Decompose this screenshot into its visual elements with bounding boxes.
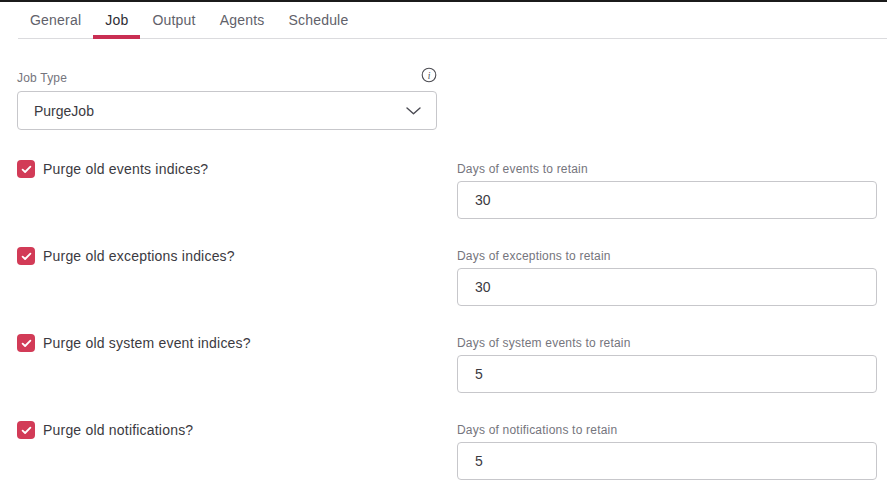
checkmark-icon (21, 165, 32, 174)
tab-general[interactable]: General (18, 2, 93, 38)
purge-notifications-label: Purge old notifications? (43, 422, 193, 438)
purge-exceptions-label: Purge old exceptions indices? (43, 248, 235, 264)
days-of-events-input[interactable] (457, 181, 877, 219)
row-purge-notifications: Purge old notifications? Days of notific… (17, 421, 887, 492)
svg-text:i: i (428, 71, 431, 81)
tab-output[interactable]: Output (140, 2, 207, 38)
row-purge-events-field: Days of events to retain (457, 163, 877, 219)
tab-job[interactable]: Job (93, 2, 140, 38)
info-icon-glyph: i (421, 67, 437, 83)
job-tab-content: Job Type i PurgeJob Purge old events ind… (0, 72, 887, 492)
row-purge-notifications-field: Days of notifications to retain (457, 424, 877, 480)
purge-notifications-checkbox[interactable] (17, 421, 35, 439)
purge-events-label: Purge old events indices? (43, 161, 208, 177)
purge-system-events-label: Purge old system event indices? (43, 335, 251, 351)
days-of-exceptions-input[interactable] (457, 268, 877, 306)
days-of-events-label: Days of events to retain (457, 163, 877, 176)
job-type-label: Job Type (17, 72, 67, 85)
row-purge-exceptions-field: Days of exceptions to retain (457, 250, 877, 306)
tab-schedule[interactable]: Schedule (276, 2, 360, 38)
row-purge-events: Purge old events indices? Days of events… (17, 160, 887, 247)
purge-system-events-checkbox[interactable] (17, 334, 35, 352)
purge-options-list: Purge old events indices? Days of events… (17, 160, 887, 492)
job-type-header: Job Type i (17, 72, 437, 85)
purge-events-checkbox[interactable] (17, 160, 35, 178)
tab-bar: General Job Output Agents Schedule (18, 2, 887, 39)
days-of-system-events-input[interactable] (457, 355, 877, 393)
row-purge-system-events-field: Days of system events to retain (457, 337, 877, 393)
job-settings-page: { "colors": { "accent": "#c92e53", "chec… (0, 0, 887, 492)
days-of-notifications-input[interactable] (457, 442, 877, 480)
checkmark-icon (21, 252, 32, 261)
job-type-select[interactable]: PurgeJob (17, 91, 437, 130)
job-type-value: PurgeJob (34, 103, 94, 119)
days-of-notifications-label: Days of notifications to retain (457, 424, 877, 437)
info-icon[interactable]: i (421, 67, 437, 83)
row-purge-system-events: Purge old system event indices? Days of … (17, 334, 887, 421)
row-purge-exceptions: Purge old exceptions indices? Days of ex… (17, 247, 887, 334)
purge-exceptions-checkbox[interactable] (17, 247, 35, 265)
days-of-system-events-label: Days of system events to retain (457, 337, 877, 350)
checkmark-icon (21, 426, 32, 435)
tab-agents[interactable]: Agents (208, 2, 277, 38)
checkmark-icon (21, 339, 32, 348)
days-of-exceptions-label: Days of exceptions to retain (457, 250, 877, 263)
chevron-down-icon (406, 107, 421, 115)
